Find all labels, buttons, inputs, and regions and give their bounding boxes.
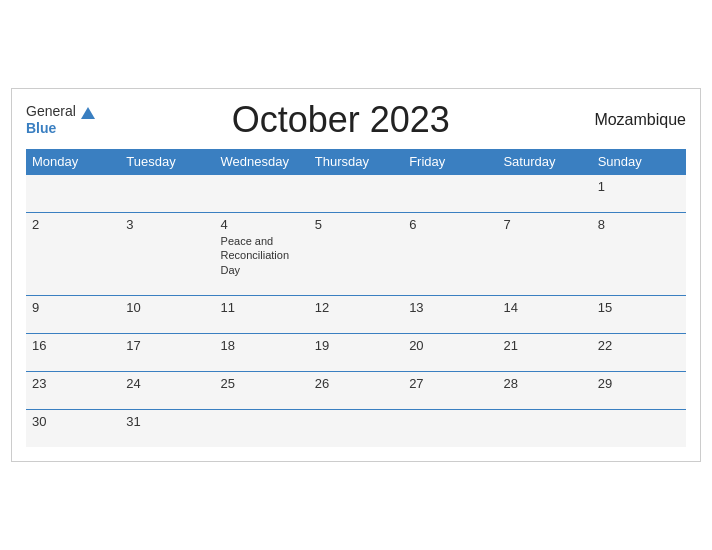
- day-number: 3: [126, 217, 208, 232]
- calendar-cell: [497, 175, 591, 213]
- calendar-week-row: 1: [26, 175, 686, 213]
- calendar-week-row: 9101112131415: [26, 295, 686, 333]
- day-number: 10: [126, 300, 208, 315]
- day-number: 22: [598, 338, 680, 353]
- calendar-cell: 30: [26, 409, 120, 447]
- day-number: 5: [315, 217, 397, 232]
- calendar-cell: [497, 409, 591, 447]
- calendar-week-row: 234Peace and Reconciliation Day5678: [26, 213, 686, 296]
- day-number: 9: [32, 300, 114, 315]
- day-number: 14: [503, 300, 585, 315]
- calendar-cell: 24: [120, 371, 214, 409]
- col-tuesday: Tuesday: [120, 149, 214, 175]
- calendar-cell: 10: [120, 295, 214, 333]
- day-number: 7: [503, 217, 585, 232]
- day-number: 27: [409, 376, 491, 391]
- calendar-cell: 9: [26, 295, 120, 333]
- day-number: 31: [126, 414, 208, 429]
- calendar-cell: 21: [497, 333, 591, 371]
- calendar-cell: 18: [215, 333, 309, 371]
- calendar-cell: [309, 175, 403, 213]
- calendar-cell: 13: [403, 295, 497, 333]
- country-name: Mozambique: [586, 111, 686, 129]
- calendar-cell: 5: [309, 213, 403, 296]
- logo-blue-text: Blue: [26, 120, 56, 137]
- col-thursday: Thursday: [309, 149, 403, 175]
- day-number: 8: [598, 217, 680, 232]
- calendar-cell: 6: [403, 213, 497, 296]
- month-title: October 2023: [95, 99, 586, 141]
- day-number: 23: [32, 376, 114, 391]
- day-number: 21: [503, 338, 585, 353]
- calendar-cell: 1: [592, 175, 686, 213]
- calendar-cell: 19: [309, 333, 403, 371]
- calendar-cell: 11: [215, 295, 309, 333]
- day-number: 1: [598, 179, 680, 194]
- calendar-cell: 3: [120, 213, 214, 296]
- event-text: Peace and Reconciliation Day: [221, 234, 303, 277]
- day-number: 17: [126, 338, 208, 353]
- day-number: 28: [503, 376, 585, 391]
- calendar-cell: 28: [497, 371, 591, 409]
- calendar-cell: 20: [403, 333, 497, 371]
- col-wednesday: Wednesday: [215, 149, 309, 175]
- day-number: 20: [409, 338, 491, 353]
- calendar-cell: 2: [26, 213, 120, 296]
- day-number: 18: [221, 338, 303, 353]
- calendar-cell: [403, 175, 497, 213]
- day-number: 19: [315, 338, 397, 353]
- calendar-week-row: 23242526272829: [26, 371, 686, 409]
- day-number: 15: [598, 300, 680, 315]
- day-number: 25: [221, 376, 303, 391]
- calendar-cell: 31: [120, 409, 214, 447]
- calendar-cell: 17: [120, 333, 214, 371]
- day-number: 13: [409, 300, 491, 315]
- day-number: 6: [409, 217, 491, 232]
- day-number: 11: [221, 300, 303, 315]
- calendar-cell: 12: [309, 295, 403, 333]
- calendar-cell: [215, 409, 309, 447]
- calendar-cell: 26: [309, 371, 403, 409]
- calendar-week-row: 16171819202122: [26, 333, 686, 371]
- calendar-cell: 27: [403, 371, 497, 409]
- calendar-header: General Blue October 2023 Mozambique: [26, 99, 686, 141]
- calendar-cell: [592, 409, 686, 447]
- calendar-cell: 14: [497, 295, 591, 333]
- day-number: 24: [126, 376, 208, 391]
- day-number: 12: [315, 300, 397, 315]
- calendar-container: General Blue October 2023 Mozambique Mon…: [11, 88, 701, 462]
- day-number: 4: [221, 217, 303, 232]
- logo-triangle-icon: [81, 107, 95, 119]
- calendar-cell: 25: [215, 371, 309, 409]
- calendar-cell: 16: [26, 333, 120, 371]
- calendar-cell: 7: [497, 213, 591, 296]
- calendar-cell: 15: [592, 295, 686, 333]
- calendar-table: Monday Tuesday Wednesday Thursday Friday…: [26, 149, 686, 447]
- header-row: Monday Tuesday Wednesday Thursday Friday…: [26, 149, 686, 175]
- col-friday: Friday: [403, 149, 497, 175]
- logo: General Blue: [26, 103, 95, 137]
- col-sunday: Sunday: [592, 149, 686, 175]
- calendar-cell: 4Peace and Reconciliation Day: [215, 213, 309, 296]
- calendar-cell: [120, 175, 214, 213]
- logo-general-text: General: [26, 103, 76, 119]
- calendar-cell: [215, 175, 309, 213]
- calendar-cell: [26, 175, 120, 213]
- calendar-cell: 22: [592, 333, 686, 371]
- calendar-cell: [309, 409, 403, 447]
- calendar-cell: 29: [592, 371, 686, 409]
- day-number: 2: [32, 217, 114, 232]
- col-monday: Monday: [26, 149, 120, 175]
- day-number: 29: [598, 376, 680, 391]
- day-number: 16: [32, 338, 114, 353]
- calendar-week-row: 3031: [26, 409, 686, 447]
- day-number: 26: [315, 376, 397, 391]
- calendar-cell: 8: [592, 213, 686, 296]
- calendar-cell: 23: [26, 371, 120, 409]
- day-number: 30: [32, 414, 114, 429]
- calendar-cell: [403, 409, 497, 447]
- col-saturday: Saturday: [497, 149, 591, 175]
